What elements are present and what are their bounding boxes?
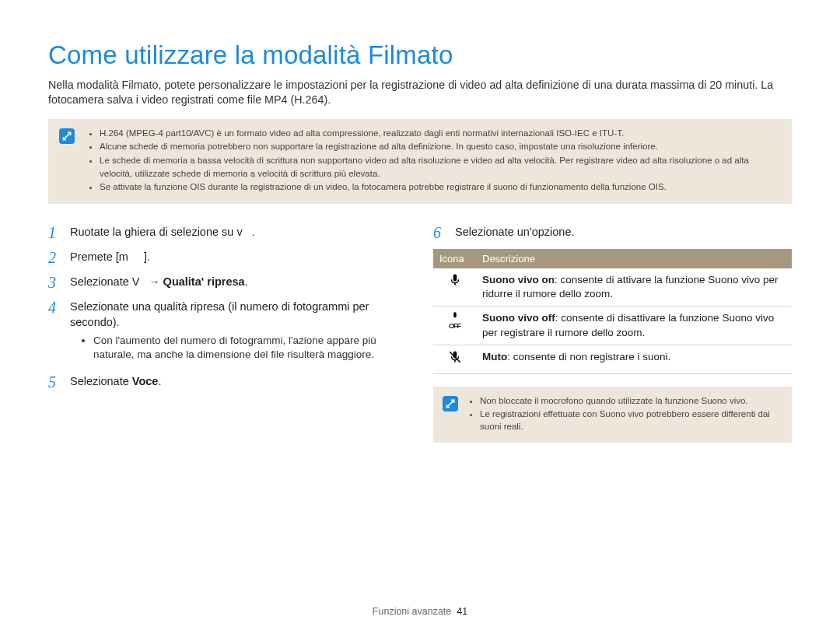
off-label: OFF	[449, 324, 460, 329]
step4-text: Selezionate una qualità ripresa (il nume…	[70, 300, 369, 328]
step-1: 1 Ruotate la ghiera di selezione su v .	[48, 224, 407, 241]
step5-bold: Voce	[132, 375, 159, 387]
step3-prefix: Selezionate V	[70, 275, 139, 288]
table-row: Suono vivo on: consente di attivare la f…	[433, 268, 792, 306]
top-note-item: H.264 (MPEG-4 part10/AVC) è un formato v…	[100, 127, 781, 140]
step3-bold: Qualita' ripresa	[163, 275, 245, 288]
th-description: Descrizione	[476, 249, 792, 268]
row3-bold: Muto	[482, 351, 507, 363]
row3-rest: : consente di non registrare i suoni.	[507, 351, 670, 363]
step-number: 5	[48, 373, 62, 391]
mute-icon	[433, 345, 476, 373]
sound-off-icon: OFF	[433, 306, 476, 345]
row2-bold: Suono vivo off	[482, 312, 555, 324]
bottom-note-list: Non bloccate il mocrofono quando utilizz…	[467, 394, 782, 433]
info-icon	[59, 128, 75, 144]
step-3: 3 Selezionate V → Qualita' ripresa.	[48, 274, 407, 291]
step-number: 3	[48, 274, 62, 291]
step3-suffix: .	[245, 275, 248, 288]
top-note-item: Se attivate la funzione OIS durante la r…	[100, 180, 781, 194]
step-number: 1	[48, 224, 62, 241]
step-number: 6	[433, 224, 447, 241]
options-table: Icona Descrizione Suono vivo on: consent…	[433, 249, 792, 374]
row-description: Muto: consente di non registrare i suoni…	[476, 345, 792, 373]
row-description: Suono vivo on: consente di attivare la f…	[476, 268, 792, 306]
bottom-note-item: Le registrazioni effettuate con Suono vi…	[480, 408, 782, 433]
sound-on-icon	[433, 268, 476, 306]
table-row: OFF Suono vivo off: consente di disattiv…	[433, 306, 792, 345]
top-note-list: H.264 (MPEG-4 part10/AVC) è un formato v…	[86, 127, 781, 194]
step-5: 5 Selezionate Voce.	[48, 373, 407, 391]
table-row: Muto: consente di non registrare i suoni…	[433, 345, 792, 373]
step-text: Selezionate Voce.	[70, 373, 161, 391]
arrow-icon: →	[149, 275, 160, 288]
footer-section: Funzioni avanzate	[373, 606, 451, 617]
step5-prefix: Selezionate	[70, 375, 132, 387]
step-text: Selezionate un'opzione.	[455, 224, 575, 241]
step-number: 4	[48, 299, 62, 363]
manual-page: Come utilizzare la modalità Filmato Nell…	[0, 0, 840, 634]
row1-bold: Suono vivo on	[482, 274, 555, 285]
page-number: 41	[457, 606, 467, 617]
right-column: 6 Selezionate un'opzione. Icona Descrizi…	[433, 224, 792, 443]
step5-suffix: .	[158, 375, 161, 387]
intro-paragraph: Nella modalità Filmato, potete personali…	[48, 78, 792, 108]
bottom-note-box: Non bloccate il mocrofono quando utilizz…	[433, 387, 792, 443]
top-note-item: Le schede di memoria a bassa velocità di…	[100, 154, 781, 180]
step-text: Ruotate la ghiera di selezione su v .	[70, 224, 255, 241]
left-column: 1 Ruotate la ghiera di selezione su v . …	[48, 224, 407, 443]
bottom-note-item: Non bloccate il mocrofono quando utilizz…	[480, 394, 782, 408]
step4-sub-item: Con l'aumento del numero di fotogrammi, …	[93, 334, 407, 363]
top-note-box: H.264 (MPEG-4 part10/AVC) è un formato v…	[48, 119, 792, 204]
th-icon: Icona	[433, 249, 476, 268]
step-6: 6 Selezionate un'opzione.	[433, 224, 792, 241]
step-4: 4 Selezionate una qualità ripresa (il nu…	[48, 299, 407, 363]
top-note-item: Alcune schede di memoria potrebbero non …	[100, 140, 781, 153]
info-icon	[443, 396, 458, 412]
step-2: 2 Premete [m ].	[48, 249, 407, 266]
page-title: Come utilizzare la modalità Filmato	[48, 40, 792, 70]
page-footer: Funzioni avanzate 41	[0, 606, 840, 617]
step-text: Selezionate una qualità ripresa (il nume…	[70, 299, 407, 363]
step-number: 2	[48, 249, 62, 266]
row-description: Suono vivo off: consente di disattivare …	[476, 306, 792, 345]
step-text: Premete [m ].	[70, 249, 150, 266]
step4-sublist: Con l'aumento del numero di fotogrammi, …	[93, 334, 407, 363]
step-text: Selezionate V → Qualita' ripresa.	[70, 274, 248, 291]
